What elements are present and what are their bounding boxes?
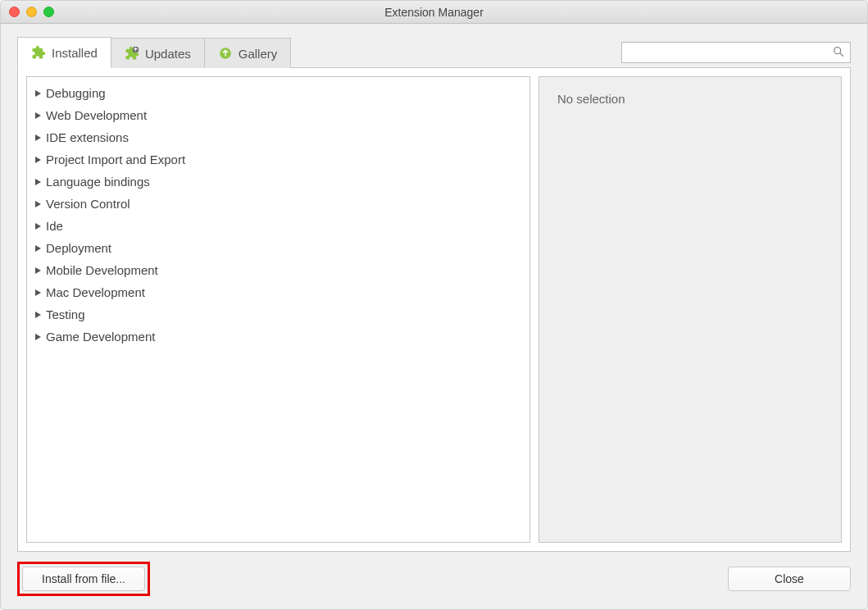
tab-gallery-label: Gallery: [239, 47, 278, 61]
tree-item[interactable]: Game Development: [35, 325, 521, 348]
disclosure-triangle-icon[interactable]: [35, 267, 41, 274]
disclosure-triangle-icon[interactable]: [35, 134, 41, 141]
tree-item[interactable]: Version Control: [35, 193, 521, 215]
svg-point-2: [834, 47, 841, 53]
disclosure-triangle-icon[interactable]: [35, 223, 41, 230]
install-from-file-button[interactable]: Install from file...: [22, 567, 145, 591]
window-title: Extension Manager: [384, 6, 484, 19]
minimize-window-button[interactable]: [26, 7, 37, 17]
disclosure-triangle-icon[interactable]: [35, 90, 41, 97]
tree-item-label: Version Control: [46, 197, 130, 211]
tree-item-label: Testing: [46, 307, 85, 321]
disclosure-triangle-icon[interactable]: [35, 334, 41, 340]
detail-panel: No selection: [539, 76, 842, 543]
disclosure-triangle-icon[interactable]: [35, 201, 41, 207]
tree-item-label: Ide: [46, 219, 63, 233]
search-input[interactable]: [629, 47, 827, 59]
close-button[interactable]: Close: [728, 567, 851, 591]
tab-gallery[interactable]: Gallery: [204, 38, 292, 68]
category-tree[interactable]: Debugging Web Development IDE extensions…: [26, 76, 530, 543]
tree-item-label: Project Import and Export: [46, 152, 185, 166]
tab-bar: Installed Updates: [17, 37, 290, 68]
disclosure-triangle-icon[interactable]: [35, 245, 41, 252]
tree-item[interactable]: Language bindings: [35, 171, 521, 193]
tree-item[interactable]: Deployment: [35, 237, 521, 259]
tree-item-label: Deployment: [46, 241, 111, 255]
puzzle-icon: [31, 45, 46, 60]
tree-item-label: IDE extensions: [46, 130, 129, 144]
tree-item[interactable]: Ide: [35, 215, 521, 237]
tab-updates-label: Updates: [145, 47, 191, 61]
bottom-bar: Install from file... Close: [17, 552, 851, 596]
tab-installed-label: Installed: [52, 46, 98, 60]
svg-line-3: [840, 53, 843, 56]
tree-item-label: Game Development: [46, 330, 155, 344]
close-window-button[interactable]: [9, 7, 20, 17]
tree-item[interactable]: IDE extensions: [35, 126, 521, 148]
highlight-annotation: Install from file...: [17, 562, 150, 596]
tab-updates[interactable]: Updates: [111, 38, 205, 68]
window-controls: [9, 7, 54, 17]
tree-item[interactable]: Project Import and Export: [35, 148, 521, 171]
tree-item[interactable]: Testing: [35, 303, 521, 325]
disclosure-triangle-icon[interactable]: [35, 289, 41, 296]
tree-item[interactable]: Debugging: [35, 82, 521, 104]
tree-item-label: Mac Development: [46, 285, 145, 299]
content-panel: Debugging Web Development IDE extensions…: [17, 67, 851, 552]
tree-item[interactable]: Mac Development: [35, 281, 521, 303]
tree-item[interactable]: Web Development: [35, 104, 521, 126]
tree-item-label: Web Development: [46, 108, 147, 122]
maximize-window-button[interactable]: [43, 7, 54, 17]
disclosure-triangle-icon[interactable]: [35, 157, 41, 163]
search-icon[interactable]: [832, 45, 845, 61]
disclosure-triangle-icon[interactable]: [35, 179, 41, 185]
tree-item-label: Language bindings: [46, 175, 150, 189]
search-field[interactable]: [621, 42, 851, 63]
tab-installed[interactable]: Installed: [17, 37, 111, 68]
disclosure-triangle-icon[interactable]: [35, 312, 41, 318]
tree-item-label: Mobile Development: [46, 263, 158, 277]
upload-circle-icon: [218, 46, 233, 61]
disclosure-triangle-icon[interactable]: [35, 112, 41, 119]
tree-item[interactable]: Mobile Development: [35, 259, 521, 281]
window-titlebar: Extension Manager: [1, 1, 867, 24]
puzzle-update-icon: [125, 46, 139, 61]
detail-empty-text: No selection: [557, 92, 823, 106]
tree-item-label: Debugging: [46, 86, 106, 100]
